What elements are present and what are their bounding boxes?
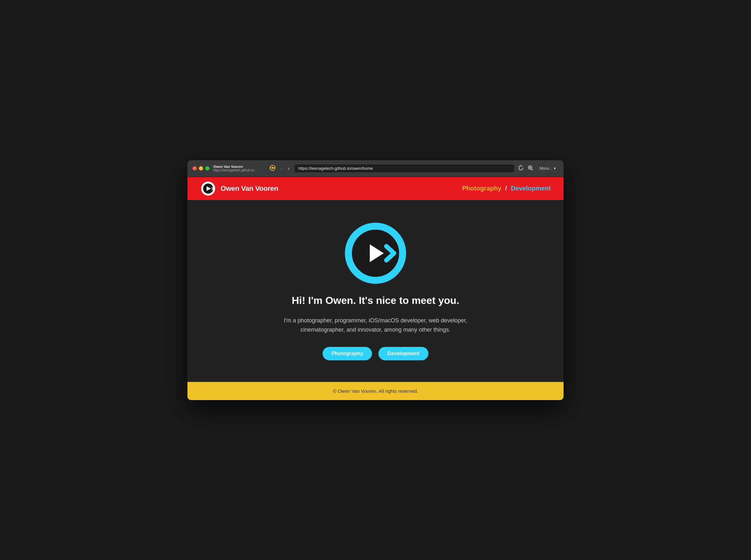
website-content: Owen Van Vooren Photography / Developmen… [188,177,563,400]
tab-url-small: https://teenagetech.github.io/... [213,168,264,172]
browser-chrome: Owen Van Vooren https://teenagetech.gith… [188,160,563,177]
forward-button[interactable]: › [286,165,290,172]
history-icon[interactable] [268,164,277,173]
nav-development-link[interactable]: Development [511,185,551,192]
photography-button[interactable]: Photography [323,347,372,360]
tab-title: Owen Van Vooren [213,165,264,168]
hero-title: Hi! I'm Owen. It's nice to meet you. [292,295,459,306]
logo-icon [200,181,216,197]
hero-logo-svg [344,221,407,285]
footer-copyright: © Owen Van Vooren. All rights reserved. [194,388,557,394]
browser-window: Owen Van Vooren https://teenagetech.gith… [188,160,563,400]
svg-line-5 [532,169,533,170]
browser-controls: ‹ › [268,164,291,173]
address-bar[interactable] [299,166,511,171]
more-button[interactable]: More... ▾ [537,165,558,172]
site-footer: © Owen Van Vooren. All rights reserved. [188,382,563,400]
close-button[interactable] [193,166,197,171]
zoom-button[interactable] [527,165,533,172]
minimize-button[interactable] [199,166,203,171]
reload-button[interactable] [518,165,524,172]
site-nav: Photography / Development [462,185,551,192]
site-name: Owen Van Vooren [220,184,278,193]
traffic-lights [193,166,209,171]
nav-separator: / [505,185,507,192]
back-button[interactable]: ‹ [280,165,284,172]
tab-info: Owen Van Vooren https://teenagetech.gith… [213,165,264,172]
site-main: Hi! I'm Owen. It's nice to meet you. I'm… [188,200,563,382]
development-button[interactable]: Development [378,347,428,360]
fullscreen-button[interactable] [205,166,209,171]
svg-point-1 [272,167,273,169]
site-header: Owen Van Vooren Photography / Developmen… [188,177,563,200]
address-bar-wrap [294,164,514,172]
nav-photography-link[interactable]: Photography [462,185,501,192]
hero-buttons: Photography Development [323,347,428,360]
site-logo: Owen Van Vooren [200,181,278,197]
hero-logo [344,221,407,285]
hero-description: I'm a photographer, programmer, iOS/macO… [264,316,487,335]
